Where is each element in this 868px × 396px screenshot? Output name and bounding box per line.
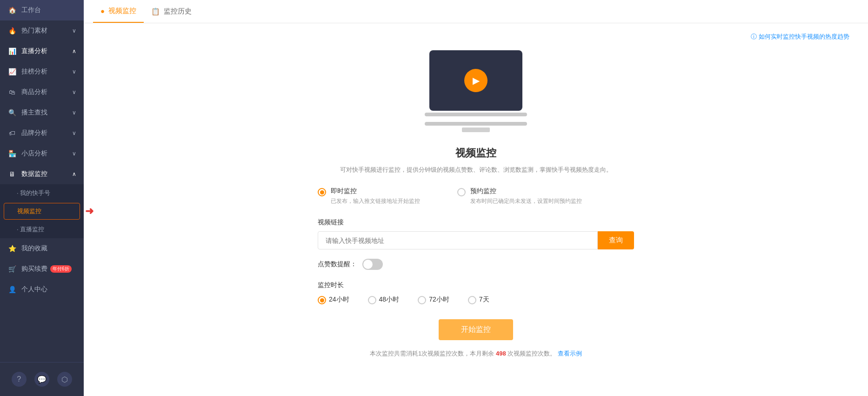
tab-video-monitor-label: 视频监控 bbox=[108, 7, 136, 15]
help-icon-btn[interactable]: ? bbox=[12, 372, 27, 387]
url-label: 视频链接 bbox=[318, 218, 634, 227]
start-monitor-button[interactable]: 开始监控 bbox=[439, 319, 513, 340]
sidebar-item-live-analysis[interactable]: 📊 直播分析 ∧ bbox=[0, 41, 84, 61]
sidebar-item-shop[interactable]: 🏪 小店分析 ∨ bbox=[0, 143, 84, 164]
monitor-base bbox=[425, 122, 527, 126]
sidebar-item-live-analysis-label: 直播分析 bbox=[21, 47, 47, 55]
sidebar-bottom: ? 💬 ⬡ bbox=[0, 362, 84, 396]
help-link[interactable]: ⓘ 如何实时监控快手视频的热度趋势 bbox=[751, 33, 849, 41]
sidebar-item-collection[interactable]: ⭐ 我的收藏 bbox=[0, 238, 84, 259]
data-monitor-submenu: · 我的快手号 视频监控 ➜ · 直播监控 bbox=[0, 184, 84, 238]
sidebar-item-workbench[interactable]: 🏠 工作台 bbox=[0, 0, 84, 20]
chat-icon-btn[interactable]: 💬 bbox=[34, 372, 49, 387]
duration-72h-radio[interactable] bbox=[418, 296, 426, 304]
discount-badge: 年付6折 bbox=[50, 265, 72, 273]
duration-48h-label: 48小时 bbox=[379, 295, 400, 304]
sidebar-item-data-monitor-label: 数据监控 bbox=[21, 170, 47, 178]
monitor-type-section: 即时监控 已发布，输入推文链接地址开始监控 预约监控 发布时间已确定尚未发送，设… bbox=[318, 187, 634, 205]
url-input-section: 视频链接 查询 bbox=[318, 218, 634, 249]
immediate-radio[interactable] bbox=[318, 188, 326, 196]
chevron-down-icon-6: ∨ bbox=[72, 150, 76, 157]
footer-highlight: 498 bbox=[496, 350, 506, 357]
monitor-icon: 🖥 bbox=[7, 169, 17, 179]
tab-monitor-history[interactable]: 📋 监控历史 bbox=[144, 0, 199, 23]
duration-24h-label: 24小时 bbox=[329, 295, 349, 304]
sidebar-item-purchase[interactable]: 🛒 购买续费 年付6折 bbox=[0, 259, 84, 279]
duration-48h-radio[interactable] bbox=[368, 296, 376, 304]
url-input-row: 查询 bbox=[318, 231, 634, 249]
play-button-icon: ▶ bbox=[464, 69, 487, 92]
duration-options: 24小时 48小时 72小时 7天 bbox=[318, 295, 634, 304]
scheduled-radio[interactable] bbox=[457, 188, 466, 196]
likes-reminder-toggle[interactable] bbox=[362, 259, 383, 270]
sidebar-subitem-video-monitor-label: 视频监控 bbox=[17, 207, 41, 215]
home-icon: 🏠 bbox=[7, 6, 17, 15]
chevron-down-icon: ∨ bbox=[72, 27, 76, 34]
video-illustration-container: ▶ bbox=[425, 50, 527, 132]
sidebar-item-broadcaster[interactable]: 🔍 播主查找 ∨ bbox=[0, 102, 84, 123]
duration-24h-radio[interactable] bbox=[318, 296, 326, 304]
chevron-up-icon-2: ∧ bbox=[72, 171, 76, 177]
sidebar-item-profile-label: 个人中心 bbox=[21, 285, 47, 294]
likes-reminder-row: 点赞数提醒： bbox=[318, 259, 634, 270]
scheduled-label: 预约监控 bbox=[470, 187, 582, 195]
fire-icon: 🔥 bbox=[7, 26, 17, 35]
main-content: ● 视频监控 📋 监控历史 ⓘ 如何实时监控快手视频的热度趋势 ▶ 视频监控 可… bbox=[84, 0, 868, 396]
monitor-stand-leg bbox=[462, 128, 490, 132]
user-icon: 👤 bbox=[7, 285, 17, 294]
red-arrow-icon: ➜ bbox=[85, 205, 93, 217]
duration-label: 监控时长 bbox=[318, 281, 634, 289]
page-description: 可对快手视频进行监控，提供分钟级的视频点赞数、评论数、浏览数监测，掌握快手号视频… bbox=[340, 166, 612, 174]
tab-bar: ● 视频监控 📋 监控历史 bbox=[84, 0, 868, 23]
brand-icon: 🏷 bbox=[7, 128, 17, 138]
chart-icon: 📊 bbox=[7, 47, 17, 56]
star-icon: ⭐ bbox=[7, 244, 17, 253]
duration-24h[interactable]: 24小时 bbox=[318, 295, 349, 304]
sidebar-subitem-live-monitor[interactable]: · 直播监控 bbox=[0, 221, 84, 238]
duration-7d-radio[interactable] bbox=[468, 296, 476, 304]
chevron-up-icon: ∧ bbox=[72, 48, 76, 54]
help-link-text: 如何实时监控快手视频的热度趋势 bbox=[759, 33, 849, 41]
chevron-down-icon-2: ∨ bbox=[72, 68, 76, 75]
mini-program-icon-btn[interactable]: ⬡ bbox=[57, 372, 72, 387]
footer-text-1: 本次监控共需消耗1次视频监控次数，本月剩余 bbox=[370, 350, 494, 357]
chevron-down-icon-4: ∨ bbox=[72, 109, 76, 116]
duration-72h-label: 72小时 bbox=[429, 295, 449, 304]
sidebar-item-ranking[interactable]: 📈 挂榜分析 ∨ bbox=[0, 61, 84, 82]
cart-icon: 🛒 bbox=[7, 264, 17, 274]
chevron-down-icon-5: ∨ bbox=[72, 130, 76, 136]
scheduled-monitor-option[interactable]: 预约监控 发布时间已确定尚未发送，设置时间预约监控 bbox=[457, 187, 582, 205]
immediate-desc: 已发布，输入推文链接地址开始监控 bbox=[331, 197, 420, 205]
sidebar-item-product[interactable]: 🛍 商品分析 ∨ bbox=[0, 82, 84, 102]
scheduled-desc: 发布时间已确定尚未发送，设置时间预约监控 bbox=[470, 197, 582, 205]
ranking-icon: 📈 bbox=[7, 67, 17, 76]
sidebar-item-profile[interactable]: 👤 个人中心 bbox=[0, 279, 84, 300]
duration-7d[interactable]: 7天 bbox=[468, 295, 489, 304]
sidebar-subitem-my-kuaishou[interactable]: · 我的快手号 bbox=[0, 184, 84, 202]
immediate-monitor-option[interactable]: 即时监控 已发布，输入推文链接地址开始监控 bbox=[318, 187, 420, 205]
duration-72h[interactable]: 72小时 bbox=[418, 295, 449, 304]
chevron-down-icon-3: ∨ bbox=[72, 89, 76, 95]
likes-reminder-label: 点赞数提醒： bbox=[318, 260, 357, 268]
sidebar-item-broadcaster-label: 播主查找 bbox=[21, 108, 47, 117]
sidebar-subitem-live-monitor-label: · 直播监控 bbox=[17, 225, 44, 234]
sidebar-subitem-video-monitor[interactable]: 视频监控 ➜ bbox=[4, 203, 80, 220]
sidebar-subitem-my-kuaishou-label: · 我的快手号 bbox=[17, 189, 50, 197]
sidebar-item-brand[interactable]: 🏷 品牌分析 ∨ bbox=[0, 123, 84, 143]
duration-48h[interactable]: 48小时 bbox=[368, 295, 400, 304]
duration-7d-label: 7天 bbox=[479, 295, 489, 304]
duration-section: 监控时长 24小时 48小时 72小时 7天 bbox=[318, 281, 634, 304]
footer-example-link[interactable]: 查看示例 bbox=[558, 350, 582, 357]
sidebar-item-product-label: 商品分析 bbox=[21, 88, 47, 96]
url-input[interactable] bbox=[318, 231, 598, 249]
sidebar-item-brand-label: 品牌分析 bbox=[21, 129, 47, 137]
bottom-icons-row: ? 💬 ⬡ bbox=[0, 368, 84, 390]
search-icon: 🔍 bbox=[7, 108, 17, 117]
history-tab-icon: 📋 bbox=[151, 7, 160, 16]
video-thumbnail: ▶ bbox=[429, 50, 522, 111]
sidebar-item-hot-material[interactable]: 🔥 热门素材 ∨ bbox=[0, 20, 84, 41]
sidebar-item-data-monitor[interactable]: 🖥 数据监控 ∧ bbox=[0, 164, 84, 184]
query-button[interactable]: 查询 bbox=[598, 231, 634, 249]
tab-video-monitor[interactable]: ● 视频监控 bbox=[93, 0, 144, 23]
help-link-icon: ⓘ bbox=[751, 33, 757, 41]
